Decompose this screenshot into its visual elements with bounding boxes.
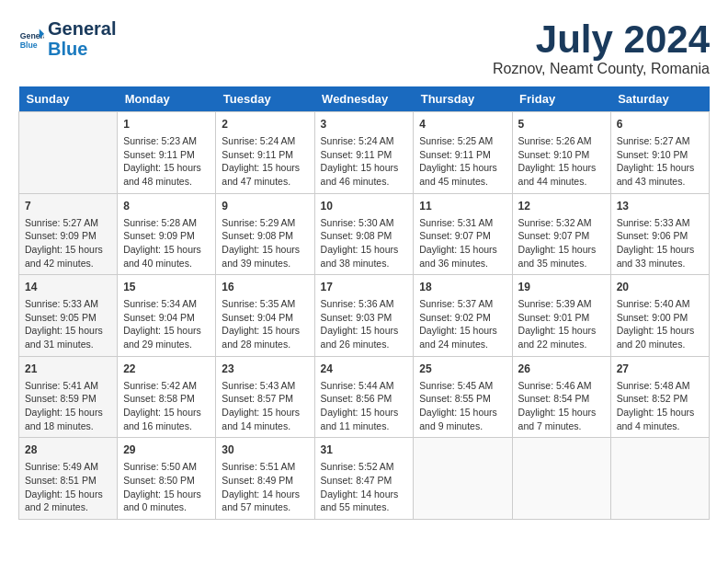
daylight-text: Daylight: 15 hours and 36 minutes.: [419, 243, 506, 270]
daylight-text: Daylight: 15 hours and 43 minutes.: [617, 161, 703, 188]
calendar-cell: 24Sunrise: 5:44 AMSunset: 8:56 PMDayligh…: [314, 356, 414, 438]
sunrise-text: Sunrise: 5:23 AM: [123, 134, 210, 148]
day-number: 11: [419, 199, 506, 214]
day-number: 9: [222, 199, 308, 214]
sunset-text: Sunset: 9:07 PM: [518, 229, 605, 243]
sunrise-text: Sunrise: 5:42 AM: [123, 379, 210, 393]
day-number: 24: [321, 362, 408, 377]
day-number: 5: [518, 117, 605, 132]
day-number: 26: [518, 362, 605, 377]
day-number: 18: [419, 280, 506, 295]
sunset-text: Sunset: 9:11 PM: [419, 148, 506, 162]
sunset-text: Sunset: 9:09 PM: [123, 229, 210, 243]
daylight-text: Daylight: 15 hours and 31 minutes.: [25, 324, 111, 350]
sunrise-text: Sunrise: 5:37 AM: [419, 297, 506, 311]
daylight-text: Daylight: 15 hours and 18 minutes.: [25, 406, 111, 432]
sunset-text: Sunset: 8:56 PM: [321, 392, 408, 406]
daylight-text: Daylight: 15 hours and 0 minutes.: [123, 488, 210, 514]
sunrise-text: Sunrise: 5:28 AM: [123, 216, 210, 230]
day-number: 10: [321, 199, 408, 214]
sunset-text: Sunset: 8:59 PM: [25, 392, 111, 406]
calendar-week-1: 1Sunrise: 5:23 AMSunset: 9:11 PMDaylight…: [19, 112, 710, 194]
daylight-text: Daylight: 14 hours and 55 minutes.: [321, 488, 408, 514]
sunrise-text: Sunrise: 5:24 AM: [321, 134, 408, 148]
day-number: 27: [617, 362, 703, 377]
calendar-cell: 18Sunrise: 5:37 AMSunset: 9:02 PMDayligh…: [414, 275, 512, 357]
calendar-cell: 20Sunrise: 5:40 AMSunset: 9:00 PMDayligh…: [610, 275, 709, 357]
day-number: 6: [617, 117, 703, 132]
calendar-cell: 11Sunrise: 5:31 AMSunset: 9:07 PMDayligh…: [414, 193, 512, 275]
calendar-cell: [512, 438, 610, 520]
daylight-text: Daylight: 15 hours and 16 minutes.: [123, 406, 210, 432]
calendar-table: Sunday Monday Tuesday Wednesday Thursday…: [18, 86, 710, 520]
day-number: 4: [419, 117, 506, 132]
sunrise-text: Sunrise: 5:45 AM: [419, 379, 506, 393]
col-saturday: Saturday: [610, 86, 709, 112]
calendar-cell: 25Sunrise: 5:45 AMSunset: 8:55 PMDayligh…: [414, 356, 512, 438]
daylight-text: Daylight: 15 hours and 33 minutes.: [617, 243, 703, 270]
calendar-cell: 3Sunrise: 5:24 AMSunset: 9:11 PMDaylight…: [314, 112, 414, 194]
calendar-cell: 6Sunrise: 5:27 AMSunset: 9:10 PMDaylight…: [610, 112, 709, 194]
sunset-text: Sunset: 9:01 PM: [518, 311, 605, 325]
daylight-text: Daylight: 15 hours and 48 minutes.: [123, 161, 210, 188]
calendar-cell: 29Sunrise: 5:50 AMSunset: 8:50 PMDayligh…: [118, 438, 216, 520]
sunset-text: Sunset: 9:06 PM: [617, 229, 703, 243]
calendar-cell: 17Sunrise: 5:36 AMSunset: 9:03 PMDayligh…: [314, 275, 414, 357]
day-number: 13: [617, 199, 703, 214]
calendar-cell: 15Sunrise: 5:34 AMSunset: 9:04 PMDayligh…: [118, 275, 216, 357]
sunset-text: Sunset: 9:10 PM: [617, 148, 703, 162]
day-number: 2: [222, 117, 308, 132]
sunrise-text: Sunrise: 5:49 AM: [25, 460, 111, 474]
sunrise-text: Sunrise: 5:48 AM: [617, 379, 703, 393]
daylight-text: Daylight: 15 hours and 24 minutes.: [419, 324, 506, 350]
daylight-text: Daylight: 15 hours and 14 minutes.: [222, 406, 308, 432]
sunrise-text: Sunrise: 5:36 AM: [321, 297, 408, 311]
calendar-cell: 14Sunrise: 5:33 AMSunset: 9:05 PMDayligh…: [19, 275, 118, 357]
daylight-text: Daylight: 15 hours and 7 minutes.: [518, 406, 605, 432]
day-number: 12: [518, 199, 605, 214]
sunrise-text: Sunrise: 5:44 AM: [321, 379, 408, 393]
daylight-text: Daylight: 15 hours and 45 minutes.: [419, 161, 506, 188]
daylight-text: Daylight: 15 hours and 38 minutes.: [321, 243, 408, 270]
svg-text:Blue: Blue: [20, 40, 38, 50]
daylight-text: Daylight: 15 hours and 39 minutes.: [222, 243, 308, 270]
daylight-text: Daylight: 15 hours and 47 minutes.: [222, 161, 308, 188]
page-header: General Blue General Blue July 2024 Rozn…: [18, 18, 710, 77]
day-number: 19: [518, 280, 605, 295]
calendar-cell: [414, 438, 512, 520]
calendar-week-5: 28Sunrise: 5:49 AMSunset: 8:51 PMDayligh…: [19, 438, 710, 520]
calendar-cell: 31Sunrise: 5:52 AMSunset: 8:47 PMDayligh…: [314, 438, 414, 520]
sunset-text: Sunset: 9:07 PM: [419, 229, 506, 243]
sunrise-text: Sunrise: 5:43 AM: [222, 379, 308, 393]
col-monday: Monday: [118, 86, 216, 112]
calendar-cell: 9Sunrise: 5:29 AMSunset: 9:08 PMDaylight…: [216, 193, 314, 275]
calendar-cell: 27Sunrise: 5:48 AMSunset: 8:52 PMDayligh…: [610, 356, 709, 438]
calendar-cell: 8Sunrise: 5:28 AMSunset: 9:09 PMDaylight…: [118, 193, 216, 275]
calendar-week-4: 21Sunrise: 5:41 AMSunset: 8:59 PMDayligh…: [19, 356, 710, 438]
day-number: 8: [123, 199, 210, 214]
sunset-text: Sunset: 8:51 PM: [25, 474, 111, 488]
day-number: 14: [25, 280, 111, 295]
sunrise-text: Sunrise: 5:24 AM: [222, 134, 308, 148]
sunset-text: Sunset: 8:57 PM: [222, 392, 308, 406]
sunset-text: Sunset: 8:54 PM: [518, 392, 605, 406]
day-number: 3: [321, 117, 408, 132]
day-number: 28: [25, 442, 111, 458]
calendar-cell: 30Sunrise: 5:51 AMSunset: 8:49 PMDayligh…: [216, 438, 314, 520]
logo-text-blue: Blue: [48, 39, 116, 59]
calendar-week-2: 7Sunrise: 5:27 AMSunset: 9:09 PMDaylight…: [19, 193, 710, 275]
sunrise-text: Sunrise: 5:27 AM: [617, 134, 703, 148]
sunset-text: Sunset: 9:09 PM: [25, 229, 111, 243]
sunrise-text: Sunrise: 5:27 AM: [25, 216, 111, 230]
calendar-cell: 4Sunrise: 5:25 AMSunset: 9:11 PMDaylight…: [414, 112, 512, 194]
day-number: 20: [617, 280, 703, 295]
sunrise-text: Sunrise: 5:30 AM: [321, 216, 408, 230]
calendar-cell: [610, 438, 709, 520]
daylight-text: Daylight: 15 hours and 35 minutes.: [518, 243, 605, 270]
day-number: 22: [123, 362, 210, 377]
logo-icon: General Blue: [18, 26, 44, 52]
sunrise-text: Sunrise: 5:46 AM: [518, 379, 605, 393]
day-number: 16: [222, 280, 308, 295]
daylight-text: Daylight: 15 hours and 40 minutes.: [123, 243, 210, 270]
calendar-week-3: 14Sunrise: 5:33 AMSunset: 9:05 PMDayligh…: [19, 275, 710, 357]
